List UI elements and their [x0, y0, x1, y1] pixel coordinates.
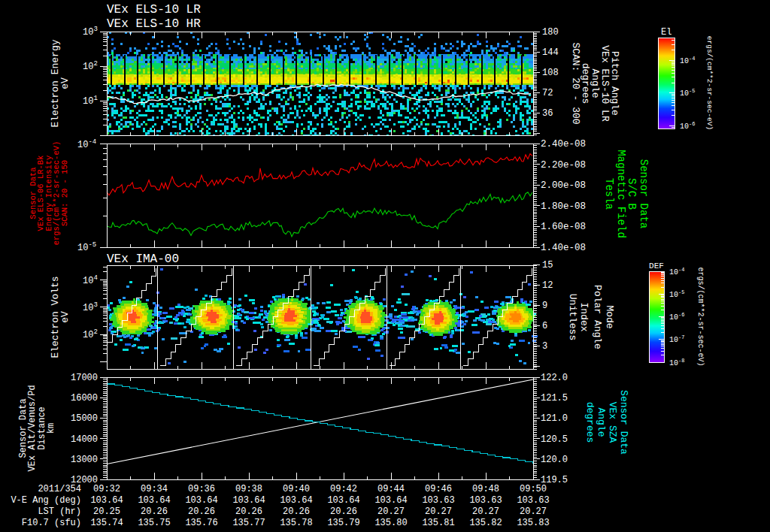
svg-text:VEx ELS-10 HR: VEx ELS-10 HR [107, 17, 201, 31]
svg-text:Angle: Angle [596, 407, 607, 437]
svg-text:20.26: 20.26 [188, 506, 215, 517]
svg-text:Unitless: Unitless [567, 294, 578, 340]
svg-text:120.5: 120.5 [541, 434, 568, 445]
svg-text:135.75: 135.75 [138, 518, 170, 528]
svg-text:180: 180 [542, 27, 559, 38]
svg-text:09:36: 09:36 [188, 484, 215, 494]
svg-text:09:34: 09:34 [141, 484, 168, 494]
svg-text:135.77: 135.77 [232, 518, 265, 528]
svg-text:20.26: 20.26 [283, 506, 310, 517]
svg-text:LST (hr): LST (hr) [38, 506, 81, 517]
svg-text:SCAN: 20 - 150: SCAN: 20 - 150 [60, 160, 69, 226]
svg-text:09:32: 09:32 [93, 484, 120, 494]
svg-text:15000: 15000 [71, 413, 98, 424]
svg-text:1.40e-08: 1.40e-08 [541, 243, 586, 253]
svg-text:135.83: 135.83 [517, 518, 549, 528]
svg-text:122.0: 122.0 [541, 373, 568, 383]
svg-text:103.64: 103.64 [232, 495, 265, 506]
svg-text:103.64: 103.64 [185, 495, 217, 506]
svg-text:20.27: 20.27 [377, 506, 405, 517]
svg-text:Sensor Data: Sensor Data [618, 390, 629, 455]
svg-text:degrees: degrees [584, 402, 596, 443]
svg-text:103.63: 103.63 [517, 495, 549, 506]
svg-text:121.0: 121.0 [541, 413, 568, 424]
svg-text:103.64: 103.64 [327, 495, 359, 506]
svg-text:Polar Angle: Polar Angle [592, 285, 603, 349]
svg-text:eV: eV [59, 311, 71, 323]
svg-text:Mode: Mode [604, 305, 615, 328]
svg-text:2011/354: 2011/354 [38, 484, 81, 494]
svg-text:103.63: 103.63 [469, 495, 502, 506]
svg-text:72: 72 [542, 88, 553, 98]
svg-text:20.27: 20.27 [472, 506, 499, 517]
svg-text:135.82: 135.82 [469, 518, 502, 528]
svg-text:103.64: 103.64 [280, 495, 312, 506]
svg-text:36: 36 [542, 108, 553, 119]
svg-text:14000: 14000 [71, 434, 98, 445]
svg-text:103.64: 103.64 [138, 495, 170, 506]
svg-text:SCAN: 20 - 300: SCAN: 20 - 300 [570, 42, 581, 124]
svg-text:135.76: 135.76 [185, 518, 217, 528]
svg-text:2.20e-08: 2.20e-08 [541, 160, 586, 171]
svg-text:09:38: 09:38 [235, 484, 262, 494]
svg-text:135.78: 135.78 [280, 518, 312, 528]
svg-text:135.74: 135.74 [90, 518, 123, 528]
svg-text:16000: 16000 [71, 393, 98, 404]
svg-text:20.25: 20.25 [93, 506, 120, 517]
svg-text:103.64: 103.64 [374, 495, 407, 506]
svg-text:Tesla: Tesla [603, 178, 615, 210]
svg-text:1.80e-08: 1.80e-08 [541, 201, 586, 212]
svg-text:km: km [46, 423, 56, 434]
svg-text:09:40: 09:40 [283, 484, 310, 494]
svg-text:135.80: 135.80 [374, 518, 407, 528]
svg-text:2.40e-08: 2.40e-08 [541, 139, 586, 150]
svg-text:Index: Index [578, 302, 590, 331]
svg-text:09:42: 09:42 [330, 484, 357, 494]
svg-text:121.5: 121.5 [541, 393, 568, 404]
svg-text:13000: 13000 [71, 455, 98, 465]
svg-text:144: 144 [542, 47, 559, 58]
svg-text:El: El [661, 27, 671, 38]
svg-text:eV: eV [59, 77, 71, 89]
svg-text:20.26: 20.26 [235, 506, 262, 517]
svg-text:09:46: 09:46 [425, 484, 452, 494]
svg-text:120.0: 120.0 [541, 455, 568, 465]
svg-text:103.64: 103.64 [90, 495, 123, 506]
svg-text:ergs/(cm**2-sr-sec-eV): ergs/(cm**2-sr-sec-eV) [696, 267, 705, 366]
svg-text:20.27: 20.27 [425, 506, 452, 517]
svg-text:20.26: 20.26 [330, 506, 357, 517]
svg-text:Sensor Data: Sensor Data [638, 159, 650, 228]
svg-text:VEx ELS-10 LR: VEx ELS-10 LR [107, 3, 201, 17]
svg-text:2.00e-08: 2.00e-08 [541, 180, 586, 191]
svg-text:ergs/(cm**2-sr-sec-eV): ergs/(cm**2-sr-sec-eV) [705, 36, 714, 130]
svg-text:9: 9 [542, 301, 547, 311]
svg-text:17000: 17000 [71, 373, 98, 383]
svg-text:135.81: 135.81 [422, 518, 454, 528]
svg-text:103.63: 103.63 [422, 495, 454, 506]
svg-text:09:48: 09:48 [472, 484, 499, 494]
svg-text:F10.7 (sfu): F10.7 (sfu) [22, 518, 81, 528]
svg-text:1.60e-08: 1.60e-08 [541, 222, 586, 232]
svg-text:108: 108 [542, 68, 559, 78]
svg-text:VEx SZA: VEx SZA [607, 402, 618, 443]
svg-text:09:50: 09:50 [520, 484, 547, 494]
svg-text:3: 3 [542, 341, 547, 352]
svg-text:20.26: 20.26 [141, 506, 168, 517]
svg-text:Magnetic Field: Magnetic Field [615, 150, 627, 238]
svg-text:6: 6 [542, 321, 547, 331]
svg-text:20.27: 20.27 [520, 506, 547, 517]
svg-text:VEx IMA-00: VEx IMA-00 [107, 252, 179, 266]
svg-text:135.79: 135.79 [327, 518, 359, 528]
svg-text:15: 15 [542, 260, 553, 271]
svg-text:12: 12 [542, 280, 553, 291]
svg-text:09:44: 09:44 [377, 484, 405, 494]
svg-text:V-E Ang (deg): V-E Ang (deg) [11, 495, 81, 506]
svg-text:DEF: DEF [649, 261, 664, 271]
